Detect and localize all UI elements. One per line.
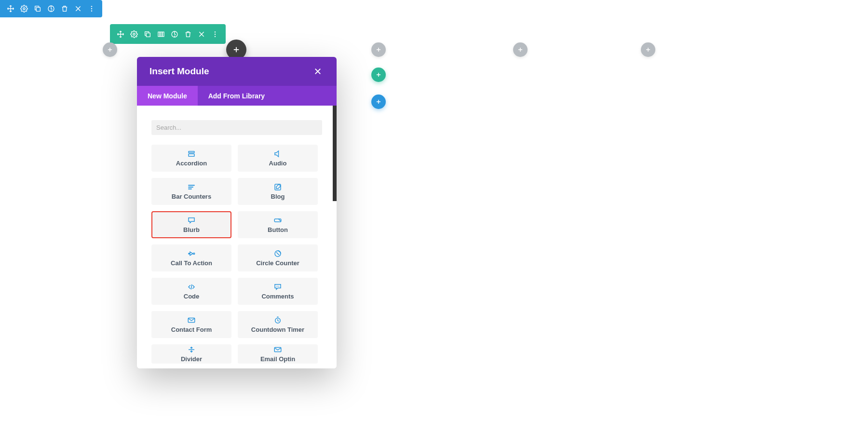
module-comments[interactable]: Comments: [238, 278, 318, 305]
insert-module-modal: Insert Module New Module Add From Librar…: [137, 57, 337, 368]
svg-rect-8: [158, 32, 160, 36]
row-toolbar: [110, 24, 226, 44]
module-blurb[interactable]: Blurb: [151, 211, 231, 238]
module-label: Accordion: [176, 160, 207, 167]
module-label: Divider: [181, 355, 202, 363]
module-label: Call To Action: [171, 259, 212, 267]
module-blog[interactable]: Blog: [238, 178, 318, 205]
blog-icon: [273, 183, 282, 191]
module-accordion[interactable]: Accordion: [151, 145, 231, 172]
module-label: Blurb: [183, 226, 200, 233]
mail-icon: [187, 316, 196, 325]
add-row-button[interactable]: [371, 68, 386, 82]
blurb-icon: [187, 216, 196, 225]
module-email-optin[interactable]: Email Optin: [238, 344, 318, 364]
modal-title: Insert Module: [149, 66, 209, 77]
module-label: Email Optin: [260, 355, 295, 363]
add-section-button[interactable]: [371, 95, 386, 109]
more-icon[interactable]: [208, 24, 222, 44]
move-icon[interactable]: [4, 0, 17, 17]
tab-label: New Module: [148, 92, 187, 100]
close-icon[interactable]: [312, 65, 324, 78]
button-icon: [273, 216, 282, 225]
gear-icon[interactable]: [127, 24, 141, 44]
gear-icon[interactable]: [17, 0, 31, 17]
module-countdown-timer[interactable]: Countdown Timer: [238, 311, 318, 338]
duplicate-icon[interactable]: [141, 24, 154, 44]
bars-icon: [187, 183, 196, 191]
module-label: Blog: [271, 193, 285, 200]
save-icon[interactable]: [168, 24, 181, 44]
modal-tabs: New Module Add From Library: [137, 86, 337, 106]
mail-icon: [273, 345, 282, 354]
code-icon: [187, 283, 196, 291]
module-contact-form[interactable]: Contact Form: [151, 311, 231, 338]
svg-rect-7: [146, 33, 150, 37]
module-call-to-action[interactable]: Call To Action: [151, 244, 231, 271]
duplicate-icon[interactable]: [31, 0, 44, 17]
tab-new-module[interactable]: New Module: [137, 86, 198, 106]
module-label: Countdown Timer: [251, 326, 304, 333]
svg-point-6: [133, 33, 135, 35]
more-icon[interactable]: [85, 0, 98, 17]
svg-point-14: [215, 36, 216, 37]
svg-point-12: [215, 31, 216, 32]
module-label: Contact Form: [171, 326, 212, 333]
svg-rect-1: [36, 7, 40, 11]
close-icon[interactable]: [71, 0, 85, 17]
svg-point-4: [91, 8, 92, 9]
svg-rect-9: [160, 32, 162, 36]
svg-point-0: [23, 8, 25, 10]
module-label: Circle Counter: [256, 259, 299, 267]
tab-add-from-library[interactable]: Add From Library: [198, 86, 337, 106]
save-icon[interactable]: [44, 0, 58, 17]
module-label: Button: [268, 226, 288, 233]
module-audio[interactable]: Audio: [238, 145, 318, 172]
module-label: Comments: [261, 293, 294, 300]
module-label: Audio: [269, 160, 287, 167]
module-divider[interactable]: Divider: [151, 344, 231, 364]
module-button[interactable]: Button: [238, 211, 318, 238]
columns-icon[interactable]: [154, 24, 168, 44]
audio-icon: [273, 149, 282, 158]
svg-rect-10: [163, 32, 164, 36]
close-icon[interactable]: [195, 24, 208, 44]
modal-body: AccordionAudioBar CountersBlogBlurbButto…: [137, 106, 337, 368]
divider-icon: [187, 345, 196, 354]
svg-point-13: [215, 33, 216, 34]
add-module-button[interactable]: [513, 42, 528, 57]
module-label: Bar Counters: [172, 193, 211, 200]
module-code[interactable]: Code: [151, 278, 231, 305]
add-module-button[interactable]: [103, 42, 117, 57]
svg-point-3: [91, 6, 92, 7]
timer-icon: [273, 316, 282, 325]
module-grid: AccordionAudioBar CountersBlogBlurbButto…: [151, 145, 322, 364]
trash-icon[interactable]: [58, 0, 71, 17]
tab-label: Add From Library: [208, 92, 265, 100]
svg-point-5: [91, 10, 92, 11]
accordion-icon: [187, 149, 196, 158]
search-input[interactable]: [151, 120, 322, 135]
modal-header: Insert Module: [137, 57, 337, 86]
add-module-button[interactable]: [371, 42, 386, 57]
section-toolbar: [0, 0, 102, 17]
add-module-button[interactable]: [641, 42, 655, 57]
trash-icon[interactable]: [181, 24, 195, 44]
cta-icon: [187, 249, 196, 258]
scrollbar-thumb[interactable]: [333, 106, 337, 201]
module-label: Code: [184, 293, 200, 300]
comments-icon: [273, 283, 282, 291]
module-circle-counter[interactable]: Circle Counter: [238, 244, 318, 271]
circle-icon: [273, 249, 282, 258]
move-icon[interactable]: [114, 24, 127, 44]
module-bar-counters[interactable]: Bar Counters: [151, 178, 231, 205]
